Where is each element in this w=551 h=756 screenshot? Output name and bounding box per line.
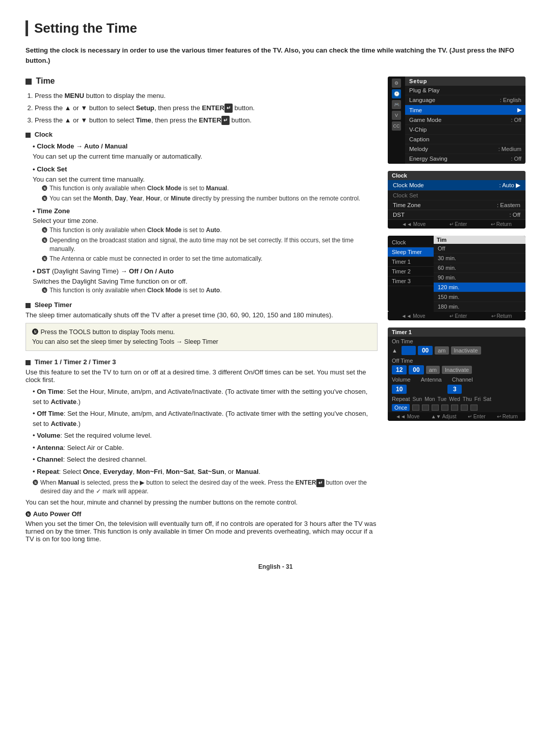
- time-heading-icon: [26, 79, 32, 85]
- auto-power-off-block: 🅝 Auto Power Off When you set the timer …: [26, 510, 378, 543]
- repeat-mon-checkbox[interactable]: [422, 405, 429, 411]
- timezone-row[interactable]: Time Zone : Eastern: [388, 200, 525, 210]
- sleep-timer-heading: Sleep Timer: [26, 301, 378, 309]
- setup-row-melody[interactable]: Melody : Medium: [405, 144, 525, 154]
- clock-heading: Clock: [26, 131, 378, 138]
- repeat-once-selected[interactable]: Once: [392, 404, 410, 411]
- clock-panel: Clock Clock Mode : Auto ▶ Clock Set Time…: [388, 171, 525, 229]
- page-title: Setting the Time: [26, 20, 525, 36]
- clock-set-note1: 🅝 This function is only available when C…: [42, 184, 378, 193]
- setup-icon-time: 🕐: [392, 89, 401, 98]
- volume-value-box[interactable]: 10: [392, 385, 407, 394]
- footer-page: English - 31: [26, 563, 525, 570]
- repeat-wed-checkbox[interactable]: [441, 405, 448, 411]
- volume-row: Volume Antenna Channel: [388, 375, 525, 384]
- repeat-select-row: Once: [388, 403, 525, 412]
- on-activate-box[interactable]: Inactivate: [451, 346, 481, 355]
- sleep-90[interactable]: 90 min.: [434, 273, 525, 283]
- setup-row-time[interactable]: Time ▶: [405, 105, 525, 115]
- sleep-right-dropdown: Tim Off 30 min. 60 min. 90 min. 120 min.…: [434, 236, 525, 312]
- sleep-right-title: Tim: [434, 236, 525, 244]
- off-min-box[interactable]: 00: [409, 365, 423, 374]
- repeat-fri-checkbox[interactable]: [461, 405, 468, 411]
- dst-note1: 🅝 This function is only available when C…: [42, 286, 378, 295]
- sleep-left-menu: Clock Sleep Timer Timer 1 Timer 2 Timer …: [388, 236, 434, 312]
- timer-heading-icon: [26, 360, 31, 365]
- sleep-timer-desc: The sleep timer automatically shuts off …: [26, 311, 378, 319]
- sleep-dropdown-panel: Clock Sleep Timer Timer 1 Timer 2 Timer …: [388, 236, 525, 312]
- sleep-left-sleep[interactable]: Sleep Timer: [388, 247, 434, 257]
- repeat-tue-checkbox[interactable]: [432, 405, 439, 411]
- sleep-left-timer2[interactable]: Timer 2: [388, 267, 434, 276]
- sleep-120[interactable]: 120 min.: [434, 283, 525, 292]
- setup-row-language[interactable]: Language : English: [405, 95, 525, 105]
- off-time-label: Off Time: [388, 356, 525, 364]
- sleep-timer-section: Sleep Timer The sleep timer automaticall…: [26, 301, 378, 351]
- setup-icon-chip: V: [392, 111, 401, 120]
- on-min-box[interactable]: 00: [418, 346, 433, 355]
- time-zone-item: • Time Zone Select your time zone. 🅝 Thi…: [33, 206, 378, 263]
- sleep-timer-icon: [26, 303, 31, 308]
- sleep-left-timer1[interactable]: Timer 1: [388, 257, 434, 267]
- setup-row-caption[interactable]: Caption: [405, 135, 525, 144]
- clock-set-note2: 🅝 You can set the Month, Day, Year, Hour…: [42, 194, 378, 203]
- setup-content: Setup Plug & Play Language : English Tim…: [405, 77, 525, 164]
- setup-row-plug[interactable]: Plug & Play: [405, 86, 525, 95]
- sidebar-column: ⚙ 🕐 🎮 V CC Setup Plug & Play Language : …: [388, 77, 525, 548]
- sleep-off[interactable]: Off: [434, 244, 525, 254]
- repeat-sat-checkbox[interactable]: [470, 405, 478, 411]
- number-note: You can set the hour, minute and channel…: [26, 499, 378, 506]
- step-1: Press the MENU button to display the men…: [35, 91, 378, 102]
- off-ampm-box[interactable]: am: [426, 366, 440, 374]
- sleep-60[interactable]: 60 min.: [434, 263, 525, 273]
- clock-set-item: • Clock Set You can set the current time…: [33, 164, 378, 203]
- tools-note1: 🅝 Press the TOOLS button to display Tool…: [32, 327, 371, 337]
- sleep-panel-nav: ◄◄ Move ↵ Enter ↩ Return: [388, 312, 525, 320]
- timer1-title: Timer 1: [388, 327, 525, 337]
- on-time-label: On Time: [388, 337, 525, 345]
- setup-row-vchip[interactable]: V-Chip: [405, 125, 525, 135]
- repeat-thu-checkbox[interactable]: [451, 405, 458, 411]
- off-hour-box[interactable]: 12: [392, 365, 407, 374]
- dst-row[interactable]: DST : Off: [388, 210, 525, 220]
- dst-item: • DST (Daylight Saving Time) → Off / On …: [33, 266, 378, 295]
- clock-heading-icon: [26, 133, 31, 138]
- sleep-180[interactable]: 180 min.: [434, 302, 525, 312]
- timer-desc: Use this feature to set the TV to turn o…: [26, 368, 378, 384]
- tools-note2: You can also set the sleep timer by sele…: [32, 337, 371, 347]
- antenna-bullet: Antenna: Select Air or Cable.: [33, 443, 378, 453]
- clock-mode-row[interactable]: Clock Mode : Auto ▶: [388, 180, 525, 191]
- setup-icon-plug: ⚙: [392, 79, 401, 88]
- clock-mode-item: • Clock Mode → Auto / Manual You can set…: [33, 141, 378, 161]
- clock-set-row[interactable]: Clock Set: [388, 191, 525, 200]
- volume-bullet: Volume: Set the required volume level.: [33, 431, 378, 441]
- timer1-panel-nav: ◄◄ Move ▲▼ Adjust ↵ Enter ↩ Return: [388, 412, 525, 421]
- sleep-left-timer3[interactable]: Timer 3: [388, 276, 434, 286]
- off-time-row: 12 00 am Inactivate: [388, 364, 525, 375]
- timer1-panel: Timer 1 On Time ▲ 00 am Inactivate Off T…: [388, 327, 525, 421]
- repeat-manual-note: 🅝 When Manual is selected, press the ▶ b…: [33, 478, 378, 496]
- sleep-150[interactable]: 150 min.: [434, 292, 525, 302]
- repeat-bullet: Repeat: Select Once, Everyday, Mon~Fri, …: [33, 467, 378, 477]
- repeat-sun-checkbox[interactable]: [412, 405, 419, 411]
- setup-icon-caption: CC: [392, 121, 401, 131]
- content-column: Time Press the MENU button to display th…: [26, 77, 378, 548]
- setup-row-energy[interactable]: Energy Saving : Off: [405, 154, 525, 164]
- timer-section: Timer 1 / Timer 2 / Timer 3 Use this fea…: [26, 358, 378, 543]
- on-ampm-box[interactable]: am: [435, 346, 448, 355]
- sleep-left-clock[interactable]: Clock: [388, 238, 434, 247]
- setup-panel: ⚙ 🕐 🎮 V CC Setup Plug & Play Language : …: [388, 77, 525, 164]
- on-hour-box[interactable]: [402, 346, 416, 355]
- clock-panel-nav: ◄◄ Move ↵ Enter ↩ Return: [388, 220, 525, 229]
- volume-value-row: 10 3: [388, 384, 525, 395]
- sleep-30[interactable]: 30 min.: [434, 254, 525, 263]
- timer-heading: Timer 1 / Timer 2 / Timer 3: [26, 358, 378, 366]
- setup-panel-title: Setup: [405, 77, 525, 86]
- setup-row-gamemode[interactable]: Game Mode : Off: [405, 115, 525, 125]
- setup-icon-game: 🎮: [392, 100, 401, 109]
- clock-section: Clock • Clock Mode → Auto / Manual You c…: [26, 131, 378, 295]
- channel-bullet: Channel: Select the desired channel.: [33, 455, 378, 465]
- time-section: Time Press the MENU button to display th…: [26, 77, 378, 125]
- off-activate-box[interactable]: Inactivate: [442, 366, 472, 374]
- channel-value-box[interactable]: 3: [447, 385, 462, 394]
